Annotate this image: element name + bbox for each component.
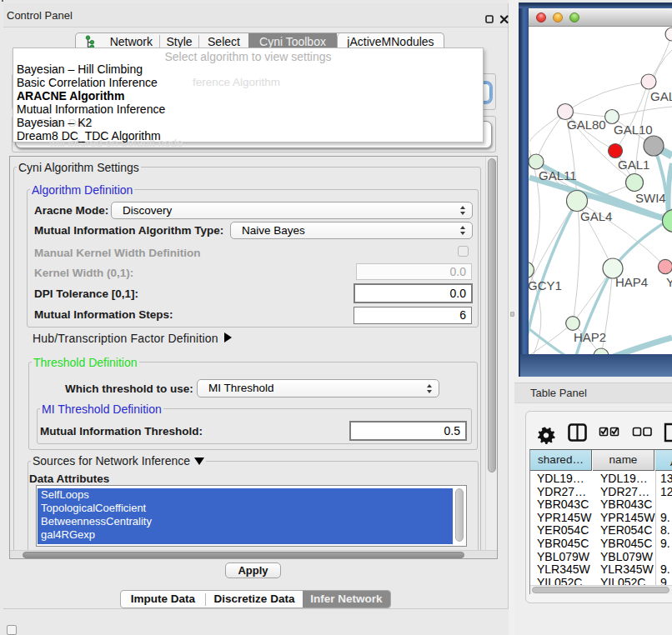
svg-text:HAP4: HAP4 — [615, 275, 648, 289]
svg-text:HAP2: HAP2 — [574, 330, 606, 344]
svg-text:GAL: GAL — [650, 89, 672, 103]
svg-text:GAL1: GAL1 — [618, 158, 649, 172]
svg-text:SWI4: SWI4 — [635, 191, 666, 205]
svg-text:GCY1: GCY1 — [529, 278, 562, 292]
svg-text:GAL11: GAL11 — [539, 168, 577, 182]
svg-text:GAL4: GAL4 — [580, 209, 612, 223]
svg-text:GAL80: GAL80 — [567, 118, 606, 132]
svg-text:GAL10: GAL10 — [614, 122, 653, 137]
svg-text:Y: Y — [666, 275, 672, 289]
